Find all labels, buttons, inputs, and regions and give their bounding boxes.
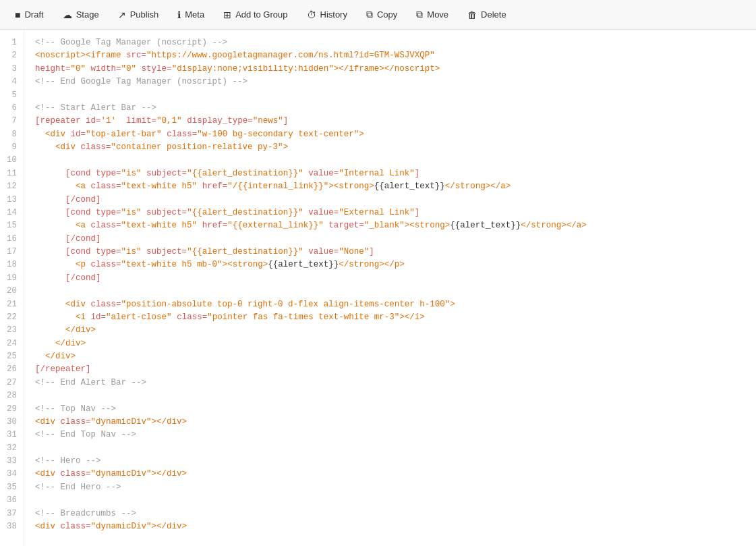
- code-line: <!-- End Alert Bar -->: [35, 377, 745, 389]
- code-line: <a class="text-white h5" href="{{externa…: [35, 219, 745, 232]
- line-numbers: 1234567891011121314151617181920212223242…: [0, 30, 24, 546]
- line-number: 11: [7, 167, 17, 180]
- line-number: 5: [7, 89, 17, 102]
- toolbar-btn-label-add-to-group: Add to Group: [235, 9, 287, 20]
- meta-icon: ℹ: [177, 9, 181, 20]
- copy-icon: ⧉: [366, 9, 373, 20]
- toolbar-btn-add-to-group[interactable]: ⊞Add to Group: [214, 5, 297, 24]
- stage-icon: ☁: [63, 9, 72, 20]
- code-line: [cond type="is" subject="{{alert_destina…: [35, 246, 745, 258]
- add-to-group-icon: ⊞: [223, 9, 231, 20]
- code-line: [35, 389, 745, 402]
- code-line: <!-- Start Alert Bar -->: [35, 102, 745, 115]
- toolbar-btn-label-copy: Copy: [377, 9, 397, 20]
- code-line: [/cond]: [35, 272, 745, 285]
- code-line: [cond type="is" subject="{{alert_destina…: [35, 207, 745, 219]
- line-number: 26: [7, 363, 17, 376]
- delete-icon: 🗑: [467, 9, 477, 20]
- toolbar-btn-draft[interactable]: ■Draft: [5, 5, 53, 24]
- toolbar-btn-move[interactable]: ⧉Move: [407, 5, 458, 24]
- line-number: 32: [7, 442, 17, 455]
- line-number: 19: [7, 272, 17, 285]
- line-number: 6: [7, 102, 17, 115]
- code-line: <!-- Breadcrumbs -->: [35, 508, 745, 520]
- toolbar-btn-publish[interactable]: ↗Publish: [109, 5, 169, 24]
- code-line: <div class="position-absolute top-0 righ…: [35, 298, 745, 311]
- toolbar-btn-label-meta: Meta: [185, 9, 204, 20]
- line-number: 17: [7, 246, 17, 258]
- code-line: [35, 154, 745, 167]
- toolbar-btn-stage[interactable]: ☁Stage: [53, 5, 109, 24]
- line-number: 2: [7, 49, 17, 62]
- line-number: 34: [7, 468, 17, 481]
- code-line: <!-- Top Nav -->: [35, 403, 745, 416]
- code-line: [/repeater]: [35, 363, 745, 376]
- line-number: 28: [7, 389, 17, 402]
- code-line: [35, 442, 745, 455]
- toolbar-btn-label-draft: Draft: [24, 9, 43, 20]
- toolbar-btn-delete[interactable]: 🗑Delete: [458, 5, 516, 24]
- code-line: <div class="dynamicDiv"></div>: [35, 468, 745, 481]
- line-number: 21: [7, 298, 17, 311]
- line-number: 30: [7, 416, 17, 429]
- code-line: <p class="text-white h5 mb-0"><strong>{{…: [35, 258, 745, 271]
- line-number: 7: [7, 115, 17, 128]
- toolbar-btn-label-stage: Stage: [76, 9, 99, 20]
- line-number: 3: [7, 63, 17, 76]
- code-line: [repeater id='1' limit="0,1" display_typ…: [35, 115, 745, 128]
- code-line: <!-- Hero -->: [35, 455, 745, 468]
- move-icon: ⧉: [416, 9, 423, 20]
- line-number: 35: [7, 481, 17, 494]
- line-number: 29: [7, 403, 17, 416]
- line-number: 4: [7, 76, 17, 88]
- code-line: [35, 285, 745, 298]
- code-line: <div class="dynamicDiv"></div>: [35, 520, 745, 533]
- line-number: 20: [7, 285, 17, 298]
- toolbar-btn-label-publish: Publish: [130, 9, 159, 20]
- code-line: <a class="text-white h5" href="/{{intern…: [35, 180, 745, 193]
- line-number: 8: [7, 128, 17, 141]
- toolbar-btn-history[interactable]: ⏱History: [297, 5, 357, 24]
- history-icon: ⏱: [307, 9, 316, 20]
- toolbar-btn-label-history: History: [320, 9, 347, 20]
- line-number: 33: [7, 455, 17, 468]
- code-line: <div class="container position-relative …: [35, 141, 745, 154]
- line-number: 38: [7, 520, 17, 533]
- code-line: [cond type="is" subject="{{alert_destina…: [35, 167, 745, 180]
- line-number: 15: [7, 219, 17, 232]
- line-number: 36: [7, 494, 17, 507]
- code-line: </div>: [35, 350, 745, 363]
- code-line: <noscript><iframe src="https://www.googl…: [35, 49, 745, 62]
- toolbar: ■Draft☁Stage↗PublishℹMeta⊞Add to Group⏱H…: [0, 0, 756, 30]
- code-editor: 1234567891011121314151617181920212223242…: [0, 30, 756, 546]
- code-line: <!-- End Google Tag Manager (noscript) -…: [35, 76, 745, 88]
- code-line: [/cond]: [35, 194, 745, 207]
- line-number: 10: [7, 154, 17, 167]
- toolbar-btn-label-move: Move: [427, 9, 448, 20]
- publish-icon: ↗: [118, 9, 126, 20]
- line-number: 37: [7, 508, 17, 520]
- toolbar-btn-copy[interactable]: ⧉Copy: [357, 5, 407, 24]
- toolbar-btn-label-delete: Delete: [481, 9, 506, 20]
- code-line: <!-- Google Tag Manager (noscript) -->: [35, 36, 745, 49]
- code-content: <!-- Google Tag Manager (noscript) --><n…: [24, 30, 756, 546]
- code-line: </div>: [35, 337, 745, 350]
- line-number: 23: [7, 324, 17, 337]
- line-number: 16: [7, 233, 17, 246]
- code-line: <div class="dynamicDiv"></div>: [35, 416, 745, 429]
- line-number: 31: [7, 429, 17, 441]
- code-line: <!-- End Top Nav -->: [35, 429, 745, 441]
- line-number: 13: [7, 194, 17, 207]
- code-line: [/cond]: [35, 233, 745, 246]
- line-number: 22: [7, 311, 17, 324]
- code-line: [35, 89, 745, 102]
- code-line: <div id="top-alert-bar" class="w-100 bg-…: [35, 128, 745, 141]
- line-number: 25: [7, 350, 17, 363]
- code-line: height="0" width="0" style="display:none…: [35, 63, 745, 76]
- line-number: 14: [7, 207, 17, 219]
- code-line: [35, 494, 745, 507]
- line-number: 9: [7, 141, 17, 154]
- code-line: </div>: [35, 324, 745, 337]
- line-number: 27: [7, 377, 17, 389]
- toolbar-btn-meta[interactable]: ℹMeta: [168, 5, 214, 24]
